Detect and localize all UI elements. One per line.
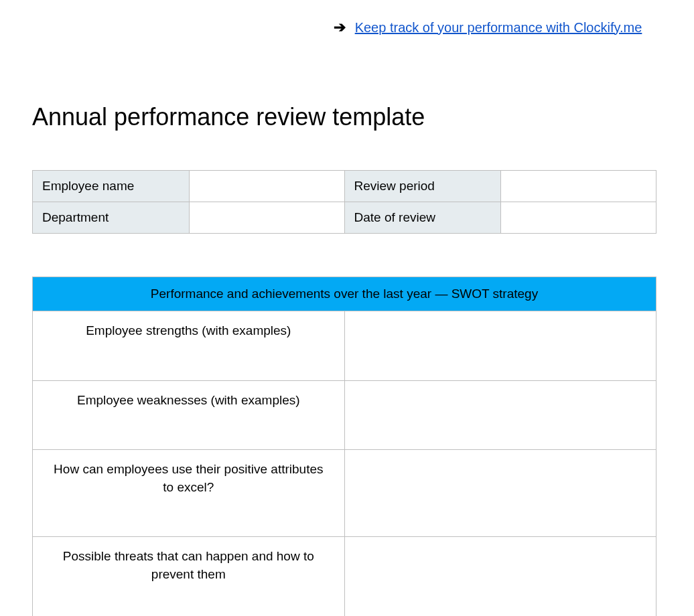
employee-name-value[interactable]	[189, 171, 344, 202]
employee-name-label: Employee name	[33, 171, 190, 202]
review-period-label: Review period	[344, 171, 501, 202]
employee-info-table: Employee name Review period Department D…	[32, 170, 656, 234]
table-row: Employee strengths (with examples)	[33, 311, 656, 381]
swot-weaknesses-label: Employee weaknesses (with examples)	[33, 380, 345, 450]
page-title: Annual performance review template	[32, 103, 694, 131]
table-row: Employee weaknesses (with examples)	[33, 380, 656, 450]
header-link-row: ➔ Keep track of your performance with Cl…	[0, 0, 694, 36]
swot-header-row: Performance and achievements over the la…	[33, 277, 656, 311]
arrow-right-icon: ➔	[334, 19, 346, 36]
clockify-link[interactable]: Keep track of your performance with Cloc…	[355, 20, 642, 35]
department-value[interactable]	[189, 202, 344, 234]
swot-table: Performance and achievements over the la…	[32, 277, 656, 616]
swot-opportunities-value[interactable]	[344, 450, 656, 537]
date-of-review-label: Date of review	[344, 202, 501, 234]
date-of-review-value[interactable]	[501, 202, 656, 234]
swot-threats-label: Possible threats that can happen and how…	[33, 537, 345, 616]
swot-section-title: Performance and achievements over the la…	[33, 277, 656, 311]
swot-strengths-value[interactable]	[344, 311, 656, 381]
table-row: How can employees use their positive att…	[33, 450, 656, 537]
table-row: Employee name Review period	[33, 171, 656, 202]
swot-opportunities-label: How can employees use their positive att…	[33, 450, 345, 537]
review-period-value[interactable]	[501, 171, 656, 202]
swot-threats-value[interactable]	[344, 537, 656, 616]
department-label: Department	[33, 202, 190, 234]
table-row: Possible threats that can happen and how…	[33, 537, 656, 616]
swot-weaknesses-value[interactable]	[344, 380, 656, 450]
swot-strengths-label: Employee strengths (with examples)	[33, 311, 345, 381]
table-row: Department Date of review	[33, 202, 656, 234]
